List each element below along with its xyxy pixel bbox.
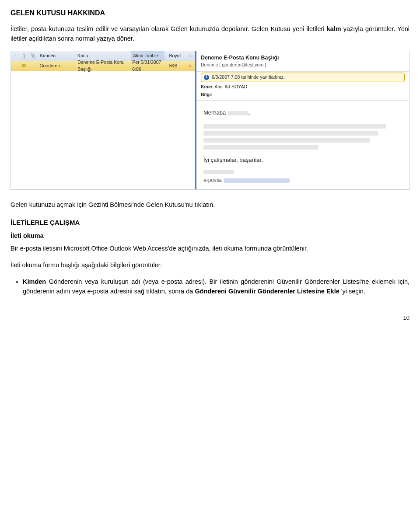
sig-name-blur: [203, 170, 234, 174]
preview-subject: Deneme E-Posta Konu Başlığı: [196, 51, 409, 62]
bullet-line2-bold: Göndereni Güvenilir Gönderenler Listesin…: [195, 288, 339, 295]
signoff-line: İyi çalışmalar, başarılar.: [203, 156, 402, 164]
preview-from: Deneme [ gonderen@test.com ]: [196, 62, 409, 70]
row-flag-icon[interactable]: ▿: [188, 63, 193, 70]
subsection-heading: İleti okuma: [10, 231, 410, 241]
divider: [196, 71, 409, 72]
open-hint: Gelen kutunuzu açmak için Gezinti Bölmes…: [10, 200, 410, 210]
envelope-icon: ✉: [21, 63, 26, 70]
hdr-alma-text: Alma Tarihi: [133, 52, 156, 59]
sig-email-blur: [224, 178, 290, 183]
replied-text: 6/3/2007 7:08 tarihinde yanıtladınız.: [212, 74, 285, 81]
hdr-boyut[interactable]: Boyut: [169, 52, 183, 59]
replied-info-bar: i 6/3/2007 7:08 tarihinde yanıtladınız.: [201, 73, 405, 82]
page-number: 10: [10, 314, 410, 322]
list-blank-area: [11, 71, 195, 187]
kime-label: Kime:: [201, 84, 214, 89]
divider2: [196, 100, 409, 101]
bullet-kimden-label: Kimden: [23, 278, 46, 285]
preview-body: Merhaba , İyi çalışmalar, başarılar. e-p…: [196, 101, 409, 189]
bullet-line1-rest: Gönderenin veya kuruluşun adı (veya e-po…: [49, 278, 206, 285]
blur-line1: [203, 124, 386, 129]
row-size: 5KB: [169, 63, 183, 70]
info-icon: i: [204, 75, 209, 80]
message-list-pane: ! ▯ 📎 Kimden Konu Alma Tarihi ▾ Boyut ▿ …: [11, 51, 195, 190]
intro-paragraph: İletiler, posta kutunuza teslim edilir v…: [10, 24, 410, 44]
sort-asc-icon: ▾: [157, 53, 158, 59]
list-item: Kimden Gönderenin veya kuruluşun adı (ve…: [23, 277, 410, 296]
row-date: Per 5/31/2007 6:06: [132, 59, 164, 73]
intro-prefix: İletiler, posta kutunuza teslim edilir v…: [10, 25, 327, 32]
blur-line3: [203, 138, 370, 143]
greeting-text: Merhaba: [203, 109, 226, 116]
hdr-konu[interactable]: Konu: [77, 52, 127, 59]
row-subject: Deneme E-Posta Konu Başlığı: [77, 59, 128, 73]
blur-line2: [203, 131, 378, 136]
preview-pane: Deneme E-Posta Konu Başlığı Deneme [ gon…: [195, 51, 409, 190]
sig-eposta-label: e-posta:: [203, 177, 222, 183]
greeting-line: Merhaba ,: [203, 108, 402, 117]
attach-icon: 📎: [31, 52, 36, 59]
section-heading: İLETİLERLE ÇALIŞMA: [10, 218, 410, 228]
flag-col-icon: ▿: [188, 52, 193, 59]
kime-value: Alıcı Ad SOYAD: [215, 84, 248, 89]
section-body2: İleti okuma formu başlığı aşağıdaki bilg…: [10, 261, 410, 270]
bullet-line2-suffix: 'yi seçin.: [341, 288, 365, 295]
blur-name: [228, 111, 248, 115]
section-body1: Bir e-posta iletisini Microsoft Office O…: [10, 244, 410, 254]
outlook-screenshot: ! ▯ 📎 Kimden Konu Alma Tarihi ▾ Boyut ▿ …: [10, 51, 410, 190]
flag-icon: !: [13, 52, 17, 59]
bilgi-field: Bilgi:: [196, 91, 409, 99]
type-icon: ▯: [21, 52, 26, 59]
message-row-selected[interactable]: ✉ Gönderen Deneme E-Posta Konu Başlığı P…: [11, 61, 195, 71]
info-list: Kimden Gönderenin veya kuruluşun adı (ve…: [23, 277, 410, 296]
row-sender: Gönderen: [39, 63, 73, 70]
hdr-kimden[interactable]: Kimden: [40, 52, 73, 59]
blur-line4: [203, 145, 318, 150]
kime-field: Kime: Alıcı Ad SOYAD: [196, 83, 409, 91]
signature-block: e-posta:: [203, 168, 402, 184]
intro-bold: kalın: [327, 25, 341, 32]
bilgi-label: Bilgi:: [201, 92, 212, 97]
page-title: GELEN KUTUSU HAKKINDA: [10, 8, 410, 18]
